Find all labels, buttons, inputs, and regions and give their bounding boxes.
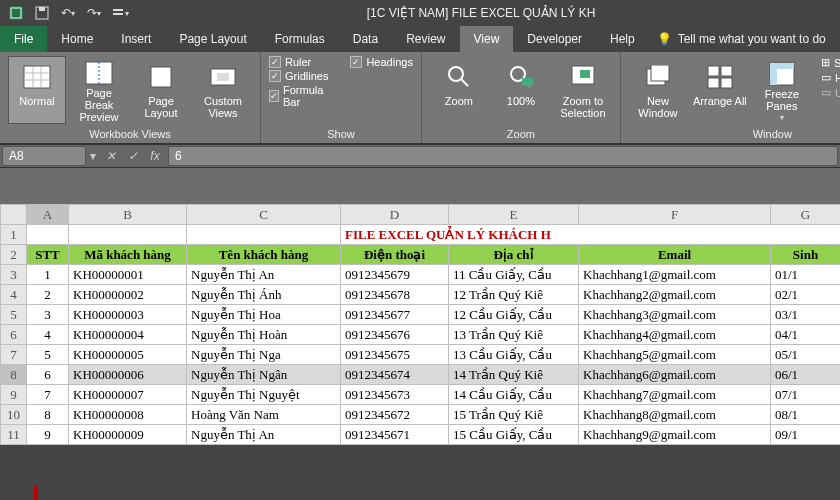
cell-sinh[interactable]: 05/1 <box>771 345 841 365</box>
cell-dc[interactable]: 14 Trần Quý Kiê <box>449 365 579 385</box>
row-header[interactable]: 7 <box>1 345 27 365</box>
cell-ten[interactable]: Nguyễn Thị Hoa <box>187 305 341 325</box>
col-header-c[interactable]: C <box>187 205 341 225</box>
cell-email[interactable]: Khachhang3@gmail.com <box>579 305 771 325</box>
tab-home[interactable]: Home <box>47 26 107 52</box>
sheet-title[interactable]: FILE EXCEL QUẢN LÝ KHÁCH H <box>341 225 841 245</box>
table-row[interactable]: 5 3 KH00000003 Nguyễn Thị Hoa 0912345677… <box>1 305 841 325</box>
tab-file[interactable]: File <box>0 26 47 52</box>
cell-sinh[interactable]: 06/1 <box>771 365 841 385</box>
redo-icon[interactable]: ↷▾ <box>84 3 104 23</box>
tab-insert[interactable]: Insert <box>107 26 165 52</box>
cell-ten[interactable]: Nguyễn Thị Ánh <box>187 285 341 305</box>
col-header-a[interactable]: A <box>27 205 69 225</box>
cell-sinh[interactable]: 01/1 <box>771 265 841 285</box>
cancel-formula-button[interactable]: ✕ <box>100 146 122 166</box>
zoom-to-selection-button[interactable]: Zoom to Selection <box>554 56 612 124</box>
cell-sinh[interactable]: 03/1 <box>771 305 841 325</box>
row-1[interactable]: 1 FILE EXCEL QUẢN LÝ KHÁCH H <box>1 225 841 245</box>
cell-email[interactable]: Khachhang6@gmail.com <box>579 365 771 385</box>
cell-email[interactable]: Khachhang2@gmail.com <box>579 285 771 305</box>
row-header[interactable]: 6 <box>1 325 27 345</box>
col-header-e[interactable]: E <box>449 205 579 225</box>
cell-email[interactable]: Khachhang7@gmail.com <box>579 385 771 405</box>
cell-sinh[interactable]: 02/1 <box>771 285 841 305</box>
name-box-dropdown-icon[interactable]: ▾ <box>86 149 100 163</box>
customize-qat-icon[interactable]: ▾ <box>110 3 130 23</box>
cell-ten[interactable]: Nguyễn Thị An <box>187 425 341 445</box>
row-header[interactable]: 9 <box>1 385 27 405</box>
cell-dt[interactable]: 0912345675 <box>341 345 449 365</box>
cell-makh[interactable]: KH00000003 <box>69 305 187 325</box>
hide-button[interactable]: ▭Hide <box>821 71 840 84</box>
row-header[interactable]: 11 <box>1 425 27 445</box>
cell-stt[interactable]: 5 <box>27 345 69 365</box>
excel-icon[interactable] <box>6 3 26 23</box>
tab-view[interactable]: View <box>460 26 514 52</box>
cell-dt[interactable]: 0912345678 <box>341 285 449 305</box>
tab-page-layout[interactable]: Page Layout <box>165 26 260 52</box>
cell-makh[interactable]: KH00000009 <box>69 425 187 445</box>
table-row[interactable]: 10 8 KH00000008 Hoàng Văn Nam 0912345672… <box>1 405 841 425</box>
grid-table[interactable]: A B C D E F G 1 FILE EXCEL QUẢN LÝ KHÁCH… <box>0 204 840 445</box>
split-button[interactable]: ⊞Split <box>821 56 840 69</box>
undo-icon[interactable]: ↶▾ <box>58 3 78 23</box>
cell-dt[interactable]: 0912345671 <box>341 425 449 445</box>
col-header-d[interactable]: D <box>341 205 449 225</box>
col-header-f[interactable]: F <box>579 205 771 225</box>
cell-dc[interactable]: 13 Trần Quý Kiê <box>449 325 579 345</box>
cell-ten[interactable]: Hoàng Văn Nam <box>187 405 341 425</box>
cell-dt[interactable]: 0912345679 <box>341 265 449 285</box>
page-break-preview-button[interactable]: Page Break Preview <box>70 56 128 124</box>
cell-dt[interactable]: 0912345673 <box>341 385 449 405</box>
table-row[interactable]: 8 6 KH00000006 Nguyễn Thị Ngân 091234567… <box>1 365 841 385</box>
cell-sinh[interactable]: 04/1 <box>771 325 841 345</box>
gridlines-checkbox[interactable]: ✓Gridlines <box>269 70 328 82</box>
formula-input[interactable]: 6 <box>168 146 838 166</box>
cell-sinh[interactable]: 09/1 <box>771 425 841 445</box>
cell-email[interactable]: Khachhang5@gmail.com <box>579 345 771 365</box>
freeze-panes-button[interactable]: Freeze Panes▾ <box>753 56 811 124</box>
cell-stt[interactable]: 8 <box>27 405 69 425</box>
tab-formulas[interactable]: Formulas <box>261 26 339 52</box>
cell-stt[interactable]: 1 <box>27 265 69 285</box>
column-headers[interactable]: A B C D E F G <box>1 205 841 225</box>
custom-views-button[interactable]: Custom Views <box>194 56 252 124</box>
cell-makh[interactable]: KH00000002 <box>69 285 187 305</box>
cell-makh[interactable]: KH00000004 <box>69 325 187 345</box>
new-window-button[interactable]: New Window <box>629 56 687 124</box>
cell-makh[interactable]: KH00000006 <box>69 365 187 385</box>
row-header[interactable]: 4 <box>1 285 27 305</box>
cell-ten[interactable]: Nguyễn Thị Hoàn <box>187 325 341 345</box>
cell-stt[interactable]: 4 <box>27 325 69 345</box>
cell-email[interactable]: Khachhang9@gmail.com <box>579 425 771 445</box>
table-row[interactable]: 7 5 KH00000005 Nguyễn Thị Nga 0912345675… <box>1 345 841 365</box>
col-header-b[interactable]: B <box>69 205 187 225</box>
cell-makh[interactable]: KH00000008 <box>69 405 187 425</box>
tab-developer[interactable]: Developer <box>513 26 596 52</box>
cell-stt[interactable]: 3 <box>27 305 69 325</box>
tab-data[interactable]: Data <box>339 26 392 52</box>
cell-stt[interactable]: 6 <box>27 365 69 385</box>
cell-sinh[interactable]: 07/1 <box>771 385 841 405</box>
cell-dc[interactable]: 15 Trần Quý Kiê <box>449 405 579 425</box>
row-header[interactable]: 8 <box>1 365 27 385</box>
row-2-headers[interactable]: 2 STT Mã khách hàng Tên khách hàng Điện … <box>1 245 841 265</box>
cell-dt[interactable]: 0912345674 <box>341 365 449 385</box>
cell-dt[interactable]: 0912345677 <box>341 305 449 325</box>
table-row[interactable]: 4 2 KH00000002 Nguyễn Thị Ánh 0912345678… <box>1 285 841 305</box>
cell-dt[interactable]: 0912345672 <box>341 405 449 425</box>
select-all-corner[interactable] <box>1 205 27 225</box>
tell-me[interactable]: 💡Tell me what you want to do <box>657 26 826 52</box>
cell-ten[interactable]: Nguyễn Thị Nga <box>187 345 341 365</box>
formula-bar-checkbox[interactable]: ✓Formula Bar <box>269 84 328 108</box>
cell-ten[interactable]: Nguyễn Thị An <box>187 265 341 285</box>
enter-formula-button[interactable]: ✓ <box>122 146 144 166</box>
headings-checkbox[interactable]: ✓Headings <box>350 56 412 68</box>
cell-email[interactable]: Khachhang1@gmail.com <box>579 265 771 285</box>
cell-makh[interactable]: KH00000007 <box>69 385 187 405</box>
cell-stt[interactable]: 2 <box>27 285 69 305</box>
cell-email[interactable]: Khachhang4@gmail.com <box>579 325 771 345</box>
row-header[interactable]: 10 <box>1 405 27 425</box>
col-header-g[interactable]: G <box>771 205 841 225</box>
